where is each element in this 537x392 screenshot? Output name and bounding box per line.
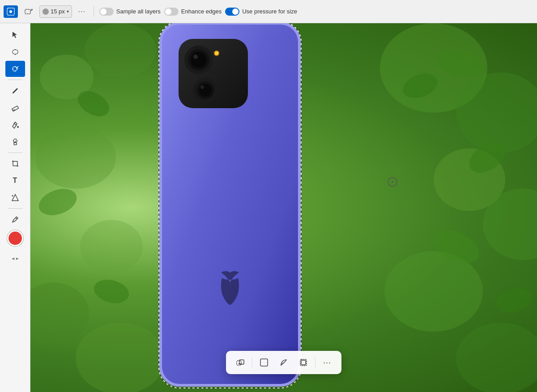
enhance-edges-label: Enhance edges: [181, 8, 222, 15]
float-sep-1: [252, 357, 252, 368]
tool-crop[interactable]: [5, 156, 25, 172]
feather-btn[interactable]: [275, 354, 293, 371]
svg-rect-10: [14, 143, 17, 145]
subtract-selection-btn[interactable]: [231, 354, 249, 371]
float-more-btn[interactable]: ···: [318, 354, 336, 371]
main-area: T: [0, 23, 537, 392]
canvas[interactable]: ···: [30, 23, 537, 392]
tool-paint-bucket[interactable]: [5, 117, 25, 133]
tool-quick-selection[interactable]: [5, 61, 25, 77]
floating-toolbar: ···: [226, 351, 341, 374]
tool-eyedropper[interactable]: [5, 211, 25, 228]
size-preview: [43, 8, 49, 15]
use-pressure-group: Use pressure for size: [225, 8, 297, 16]
sample-all-layers-group: Sample all layers: [99, 8, 161, 16]
foreground-color[interactable]: [7, 230, 23, 246]
refine-edge-btn[interactable]: [294, 354, 312, 371]
use-pressure-label: Use pressure for size: [242, 8, 297, 15]
sample-all-layers-toggle[interactable]: [99, 8, 114, 16]
size-dropdown-icon: ▾: [67, 9, 69, 14]
sidebar-separator-1: [8, 80, 22, 80]
more-options-btn[interactable]: ···: [76, 5, 88, 18]
svg-point-8: [17, 126, 19, 128]
svg-point-16: [12, 195, 13, 197]
float-sep-2: [315, 357, 315, 368]
svg-point-1: [9, 10, 12, 13]
sample-all-layers-label: Sample all layers: [116, 8, 161, 15]
sidebar-separator-3: [8, 208, 22, 209]
tool-shape[interactable]: [5, 190, 25, 206]
tool-lasso[interactable]: [5, 44, 25, 60]
enhance-edges-toggle[interactable]: [164, 8, 179, 16]
intersect-btn[interactable]: [255, 354, 273, 371]
tool-selection-arrow[interactable]: [5, 27, 25, 43]
photo-background: [30, 23, 537, 392]
top-toolbar: 15 px ▾ ··· Sample all layers Enhance ed…: [0, 0, 537, 23]
selection-brush-tool-btn[interactable]: [4, 5, 18, 18]
svg-line-17: [16, 218, 17, 219]
tool-text[interactable]: T: [5, 173, 25, 189]
svg-point-5: [13, 92, 14, 93]
svg-rect-2: [25, 9, 30, 14]
text-tool-icon: T: [13, 177, 17, 185]
tool-transform[interactable]: [5, 251, 25, 267]
tool-stamp[interactable]: [5, 134, 25, 150]
svg-rect-60: [301, 360, 306, 365]
brush-size-control[interactable]: 15 px ▾: [39, 5, 72, 18]
svg-rect-6: [12, 106, 18, 111]
object-selection-tool-btn[interactable]: [21, 5, 36, 18]
tool-eraser[interactable]: [5, 100, 25, 116]
enhance-edges-group: Enhance edges: [164, 8, 222, 16]
svg-rect-58: [260, 359, 268, 366]
sidebar-separator-2: [8, 152, 22, 153]
tools-sidebar: T: [0, 23, 30, 392]
brush-size-value: 15 px: [51, 8, 65, 15]
tool-brush[interactable]: [5, 83, 25, 99]
toolbar-separator-1: [94, 6, 94, 17]
use-pressure-toggle[interactable]: [225, 8, 239, 16]
float-more-icon: ···: [323, 358, 331, 367]
